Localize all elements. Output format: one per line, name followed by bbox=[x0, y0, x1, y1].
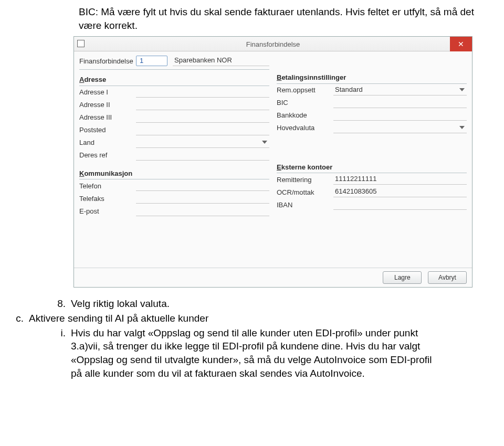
list-letter-c: c. bbox=[8, 312, 29, 325]
save-button[interactable]: Lagre bbox=[383, 271, 422, 284]
land-label: Land bbox=[79, 138, 136, 147]
app-icon bbox=[77, 40, 85, 47]
bankkode-label: Bankkode bbox=[277, 111, 333, 120]
finansforbindelse-code-input[interactable]: 1 bbox=[136, 56, 167, 66]
intro-text: BIC: Må være fylt ut hvis du skal sende … bbox=[79, 5, 483, 32]
deresref-input[interactable] bbox=[136, 150, 269, 161]
titlebar: Finansforbindelse ✕ bbox=[74, 37, 472, 51]
adresse1-input[interactable] bbox=[136, 87, 269, 98]
bic-input[interactable] bbox=[333, 98, 467, 108]
iban-label: IBAN bbox=[277, 200, 333, 210]
hovedvaluta-dropdown[interactable] bbox=[457, 123, 467, 133]
epost-input[interactable] bbox=[136, 206, 269, 216]
close-button[interactable]: ✕ bbox=[450, 37, 472, 51]
telefon-label: Telefon bbox=[79, 182, 136, 191]
chevron-down-icon bbox=[459, 126, 465, 129]
adresse1-label: Adresse I bbox=[79, 88, 136, 97]
hovedvaluta-label: Hovedvaluta bbox=[277, 123, 333, 133]
remittering-input[interactable]: 11112211111 bbox=[333, 174, 467, 185]
telefon-input[interactable] bbox=[136, 180, 269, 191]
land-input[interactable] bbox=[136, 137, 260, 148]
chevron-down-icon bbox=[262, 141, 267, 144]
section-kommunikasjon: Kommunikasjon bbox=[79, 166, 269, 180]
instruction-list: 8.Velg riktig lokal valuta. c.Aktivere s… bbox=[29, 297, 483, 380]
dialog-footer: Lagre Avbryt bbox=[74, 268, 472, 287]
finansforbindelse-dialog: Finansforbindelse ✕ Finansforbindelse 1 … bbox=[74, 36, 472, 288]
adresse2-input[interactable] bbox=[136, 100, 269, 110]
telefaks-input[interactable] bbox=[136, 193, 269, 204]
land-dropdown[interactable] bbox=[260, 137, 269, 148]
poststed-input[interactable] bbox=[136, 125, 269, 135]
remoppsett-input[interactable]: Standard bbox=[333, 85, 457, 95]
list-number-8: 8. bbox=[29, 297, 71, 311]
ocrmottak-input[interactable]: 61421083605 bbox=[333, 187, 467, 197]
right-column: Betalingsinnstillinger Rem.oppsett Stand… bbox=[277, 56, 467, 217]
finansforbindelse-name-input[interactable]: Sparebanken NOR bbox=[173, 56, 269, 66]
list-roman-i: i. bbox=[55, 326, 71, 340]
list-text-i: Hvis du har valgt «Oppslag og send til a… bbox=[71, 326, 438, 380]
epost-label: E-post bbox=[79, 207, 136, 216]
list-text-8: Velg riktig lokal valuta. bbox=[71, 298, 170, 309]
chevron-down-icon bbox=[459, 88, 465, 91]
adresse2-label: Adresse II bbox=[79, 100, 136, 110]
section-adresse: Adresse bbox=[79, 72, 269, 86]
deresref-label: Deres ref bbox=[79, 151, 136, 160]
cancel-button[interactable]: Avbryt bbox=[428, 271, 467, 284]
telefaks-label: Telefaks bbox=[79, 194, 136, 204]
adresse3-input[interactable] bbox=[136, 112, 269, 123]
hovedvaluta-input[interactable] bbox=[333, 123, 457, 133]
bic-label: BIC bbox=[277, 98, 333, 108]
section-betaling: Betalingsinnstillinger bbox=[277, 70, 467, 84]
section-eksterne: Eksterne kontoer bbox=[277, 160, 467, 174]
remoppsett-dropdown[interactable] bbox=[457, 85, 467, 95]
left-column: Finansforbindelse 1 Sparebanken NOR Adre… bbox=[79, 56, 269, 217]
window-title: Finansforbindelse bbox=[246, 40, 300, 49]
ocrmottak-label: OCR/mottak bbox=[277, 188, 333, 197]
adresse3-label: Adresse III bbox=[79, 113, 136, 122]
iban-input[interactable] bbox=[333, 199, 467, 210]
finansforbindelse-label: Finansforbindelse bbox=[79, 57, 136, 66]
poststed-label: Poststed bbox=[79, 125, 136, 135]
remittering-label: Remittering bbox=[277, 175, 333, 185]
list-text-c: Aktivere sending til AI på aktuelle kund… bbox=[29, 313, 208, 324]
bankkode-input[interactable] bbox=[333, 110, 467, 121]
remoppsett-label: Rem.oppsett bbox=[277, 86, 333, 95]
